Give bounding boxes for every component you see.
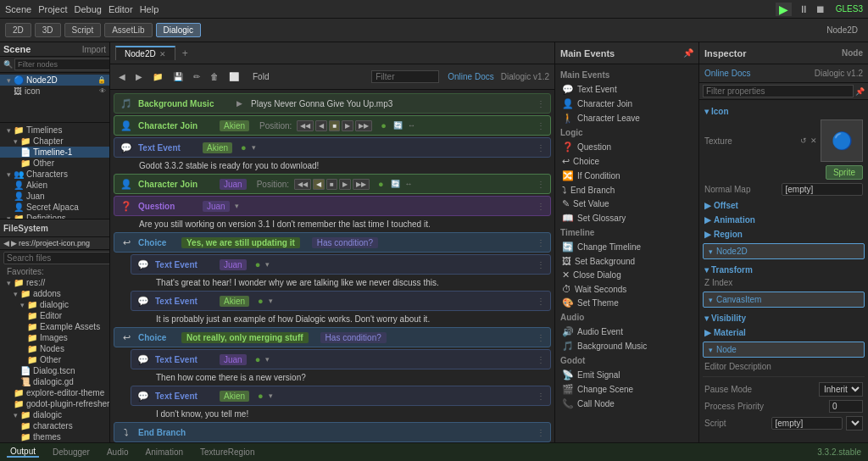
char-akien-badge[interactable]: Akien (220, 120, 249, 131)
events-pin-icon[interactable]: 📌 (683, 48, 693, 58)
pos-btn2-5[interactable]: ▶▶ (353, 179, 370, 190)
dlg-delete-btn[interactable]: 🗑 (207, 70, 222, 83)
fs-explore-editor[interactable]: 📁 explore-editor-theme (0, 387, 109, 398)
event-set-value[interactable]: ✎ Set Value (559, 197, 695, 211)
pos-btn2-3[interactable]: ■ (326, 179, 337, 190)
char-juan-badge[interactable]: Juan (220, 179, 247, 190)
end-branch-menu[interactable]: ⋮ (537, 428, 545, 437)
texture-reload-icon[interactable]: ↺ (800, 136, 807, 145)
fs-dialogic-gd[interactable]: 📜 dialogic.gd (0, 376, 109, 387)
event-change-timeline[interactable]: 🔄 Change Timeline (559, 240, 695, 254)
add-tab-btn[interactable]: + (182, 47, 188, 59)
dlg-edit-btn[interactable]: ✏ (190, 70, 203, 83)
char-join-juan-menu[interactable]: ⋮ (537, 180, 545, 189)
toolbar-mode-3d[interactable]: 3D (35, 23, 61, 37)
toolbar-mode-assetlib[interactable]: AssetLib (104, 23, 152, 37)
event-char-leave[interactable]: 🚶 Character Leave (559, 111, 695, 125)
region-section[interactable]: ▶ Region (703, 226, 865, 241)
tree-timelines[interactable]: ▾ 📁 Timelines (0, 125, 109, 136)
char-join-akien-menu[interactable]: ⋮ (537, 121, 545, 131)
event-if-condition[interactable]: 🔀 If Condition (559, 169, 695, 183)
choice1-condition[interactable]: Has condition? (312, 237, 378, 248)
choice2-text[interactable]: Not really, only merging stuff (181, 332, 309, 343)
text-example-menu[interactable]: ⋮ (537, 297, 545, 306)
question-juan-badge[interactable]: Juan (203, 201, 230, 212)
tree-characters[interactable]: ▾ 👥 Characters (0, 169, 109, 180)
choice1-text[interactable]: Yes, we are still updating it (181, 237, 300, 248)
menu-item-project[interactable]: Project (38, 4, 67, 14)
event-set-theme[interactable]: 🎨 Set Theme (559, 296, 695, 310)
filter-props-input[interactable] (703, 85, 854, 97)
offset-section[interactable]: ▶ Offset (703, 197, 865, 212)
text-akien-badge3[interactable]: Akien (220, 391, 249, 402)
tree-definitions[interactable]: ▾ 📁 Definitions (0, 213, 109, 219)
event-question[interactable]: ❓ Question (559, 140, 695, 154)
pos-btn-4[interactable]: ▶ (342, 120, 353, 131)
toolbar-mode-dialogic[interactable]: Dialogic (156, 23, 202, 37)
fs-res[interactable]: ▾ 📁 res:// (0, 277, 109, 288)
tree-akien[interactable]: 👤 Akien (0, 180, 109, 191)
dlg-redo-btn[interactable]: ▶ (132, 70, 146, 83)
pos-btn2-2[interactable]: ◀ (313, 179, 325, 190)
text-great-menu[interactable]: ⋮ (537, 260, 545, 269)
status-tab-textureregion[interactable]: TextureRegion (197, 447, 258, 457)
canvasitem-section-header[interactable]: ▾ CanvasItem (703, 292, 865, 308)
pos-btn-5[interactable]: ▶▶ (355, 120, 372, 131)
fs-example[interactable]: 📁 Example Assets (0, 321, 109, 332)
menu-item-help[interactable]: Help (140, 4, 159, 14)
dlg-save-btn[interactable]: 💾 (170, 70, 186, 83)
fs-dialogic[interactable]: ▾ 📁 dialogic (0, 299, 109, 310)
tree-chapter[interactable]: ▾ 📁 Chapter (0, 136, 109, 147)
fs-dialog-tscn[interactable]: 📄 Dialog.tscn (0, 365, 109, 376)
status-tab-audio[interactable]: Audio (103, 447, 132, 457)
event-set-background[interactable]: 🖼 Set Background (559, 254, 695, 268)
tree-secret-alpaca[interactable]: 👤 Secret Alpaca (0, 202, 109, 213)
fs-dialogic-folder[interactable]: ▾ 📁 dialogic (0, 409, 109, 420)
material-section[interactable]: ▶ Material (703, 325, 865, 339)
tab-close-node2d[interactable]: ✕ (159, 50, 166, 58)
nav-back-icon[interactable]: ◀ (3, 239, 9, 247)
event-set-glossary[interactable]: 📖 Set Glossary (559, 211, 695, 225)
dlg-undo-btn[interactable]: ◀ (115, 70, 129, 83)
choice2-condition[interactable]: Has condition? (320, 332, 387, 343)
inspector-online-docs[interactable]: Online Docs (704, 69, 750, 78)
texture-clear-icon[interactable]: ✕ (810, 136, 817, 145)
process-priority-input[interactable] (829, 400, 863, 413)
node-section-header[interactable]: ▾ Node (703, 342, 865, 358)
pos-btn2-1[interactable]: ◀◀ (294, 179, 311, 190)
menu-item-debug[interactable]: Debug (74, 4, 101, 14)
animation-section[interactable]: ▶ Animation (703, 212, 865, 226)
text-akien-badge2[interactable]: Akien (220, 296, 249, 307)
event-choice[interactable]: ↩ Choice (559, 154, 695, 169)
event-call-node[interactable]: 📞 Call Node (559, 397, 695, 411)
choice2-menu[interactable]: ⋮ (537, 333, 545, 342)
status-tab-output[interactable]: Output (7, 447, 39, 458)
filter-input[interactable] (371, 70, 439, 83)
fs-nodes[interactable]: 📁 Nodes (0, 343, 109, 354)
event-wait-seconds[interactable]: ⏱ Wait Seconds (559, 282, 695, 296)
text-godot-menu[interactable]: ⋮ (537, 143, 545, 153)
toolbar-mode-2d[interactable]: 2D (5, 23, 31, 37)
tree-item-node2d[interactable]: ▾ 🔵 Node2D 🔒 (0, 75, 109, 86)
text-dontknow-menu[interactable]: ⋮ (537, 392, 545, 401)
fs-search-input[interactable] (3, 252, 110, 264)
fs-characters[interactable]: 📁 characters (0, 420, 109, 431)
toolbar-mode-script[interactable]: Script (64, 23, 102, 37)
dlg-folder-btn[interactable]: 📁 (149, 70, 166, 83)
tree-timeline1[interactable]: 📄 Timeline-1 (0, 147, 109, 158)
tree-other[interactable]: 📁 Other (0, 158, 109, 169)
bg-music-menu[interactable]: ⋮ (537, 99, 545, 108)
fs-godot-plugin[interactable]: 📁 godot-plugin-refresher (0, 398, 109, 409)
pos-btn-2[interactable]: ◀ (315, 120, 327, 131)
menu-item-scene[interactable]: Scene (5, 4, 31, 14)
event-close-dialog-list[interactable]: ✕ Close Dialog (559, 268, 695, 282)
status-tab-debugger[interactable]: Debugger (49, 447, 93, 457)
script-select[interactable]: ▾ (846, 416, 863, 430)
inspector-pin-icon[interactable]: 📌 (855, 87, 865, 96)
event-text-event[interactable]: 💬 Text Event (559, 82, 695, 97)
question-menu[interactable]: ⋮ (537, 202, 545, 211)
icon-section[interactable]: ▾ Icon (703, 103, 865, 118)
tree-item-icon[interactable]: 🖼 icon 👁 (0, 86, 109, 97)
text-event-akien-badge[interactable]: Akien (203, 142, 232, 153)
fs-themes[interactable]: 📁 themes (0, 431, 109, 442)
